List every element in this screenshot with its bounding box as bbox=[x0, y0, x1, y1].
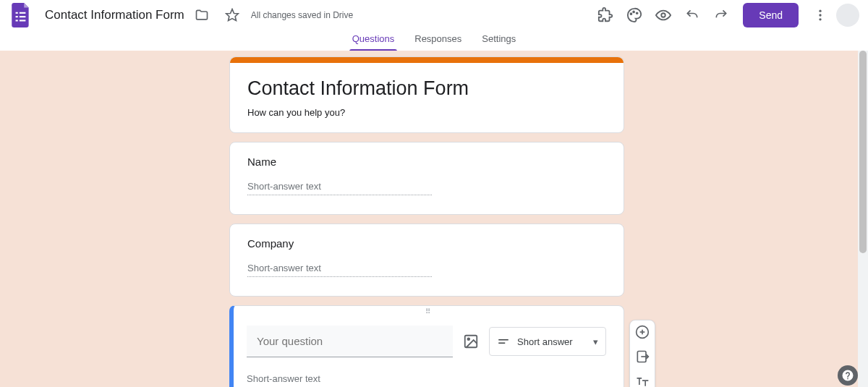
more-vert-icon[interactable] bbox=[807, 2, 833, 28]
svg-rect-4 bbox=[16, 20, 18, 21]
svg-marker-6 bbox=[226, 9, 238, 21]
undo-icon[interactable] bbox=[679, 2, 705, 28]
svg-rect-17 bbox=[498, 343, 505, 344]
question-title-input[interactable] bbox=[247, 326, 453, 357]
question-label: Company bbox=[247, 237, 606, 250]
form-description[interactable]: How can you help you? bbox=[230, 103, 624, 132]
svg-rect-2 bbox=[16, 16, 18, 17]
move-to-folder-icon[interactable] bbox=[189, 2, 215, 28]
svg-point-9 bbox=[637, 12, 638, 14]
question-card-company[interactable]: Company Short-answer text bbox=[229, 224, 624, 297]
answer-preview: Short-answer text bbox=[247, 373, 431, 387]
forms-logo-icon[interactable] bbox=[9, 3, 33, 27]
tab-settings[interactable]: Settings bbox=[472, 30, 526, 51]
main-tabs: Questions Responses Settings bbox=[0, 30, 868, 51]
svg-point-8 bbox=[633, 12, 634, 13]
drag-handle-icon[interactable]: ⠿ bbox=[234, 306, 624, 315]
svg-point-11 bbox=[819, 10, 821, 12]
question-label: Name bbox=[247, 156, 606, 168]
save-status: All changes saved in Drive bbox=[251, 10, 589, 20]
scrollbar-thumb[interactable] bbox=[859, 51, 867, 253]
svg-rect-1 bbox=[20, 12, 26, 14]
short-text-icon bbox=[497, 335, 510, 348]
question-card-name[interactable]: Name Short-answer text bbox=[229, 142, 624, 215]
redo-icon[interactable] bbox=[708, 2, 734, 28]
svg-point-13 bbox=[819, 18, 821, 20]
answer-preview: Short-answer text bbox=[247, 263, 432, 277]
answer-preview: Short-answer text bbox=[247, 181, 432, 195]
svg-point-7 bbox=[631, 13, 632, 14]
theme-palette-icon[interactable] bbox=[621, 2, 647, 28]
svg-point-15 bbox=[467, 338, 469, 340]
help-icon[interactable] bbox=[838, 365, 858, 386]
tab-questions[interactable]: Questions bbox=[342, 30, 405, 51]
import-questions-icon[interactable] bbox=[635, 349, 650, 364]
form-header-card[interactable]: Contact Information Form How can you hel… bbox=[229, 56, 624, 133]
accent-bar bbox=[230, 57, 624, 63]
header-actions: Send bbox=[592, 2, 859, 28]
form-canvas: Contact Information Form How can you hel… bbox=[0, 51, 868, 387]
question-type-label: Short answer bbox=[517, 336, 573, 347]
tab-responses[interactable]: Responses bbox=[404, 30, 472, 51]
add-image-icon[interactable] bbox=[463, 333, 479, 349]
add-question-icon[interactable] bbox=[635, 325, 650, 339]
svg-point-12 bbox=[819, 14, 821, 16]
form-title[interactable]: Contact Information Form bbox=[230, 63, 624, 103]
svg-rect-0 bbox=[16, 12, 18, 14]
user-avatar[interactable] bbox=[836, 4, 859, 27]
question-card-active[interactable]: ⠿ Short answer ▾ Short-answer text bbox=[229, 305, 624, 387]
preview-eye-icon[interactable] bbox=[650, 2, 676, 28]
send-button[interactable]: Send bbox=[743, 3, 799, 27]
addons-icon[interactable] bbox=[592, 2, 618, 28]
star-icon[interactable] bbox=[219, 2, 245, 28]
app-header: Contact Information Form All changes sav… bbox=[0, 0, 868, 30]
floating-toolbar bbox=[629, 320, 655, 387]
add-title-icon[interactable] bbox=[635, 374, 650, 387]
document-title[interactable]: Contact Information Form bbox=[45, 8, 184, 22]
question-type-select[interactable]: Short answer ▾ bbox=[489, 327, 606, 356]
svg-rect-16 bbox=[498, 339, 509, 341]
svg-rect-5 bbox=[20, 20, 26, 21]
scrollbar[interactable] bbox=[858, 51, 868, 387]
chevron-down-icon: ▾ bbox=[593, 336, 598, 347]
svg-point-10 bbox=[662, 13, 666, 17]
svg-rect-3 bbox=[20, 16, 26, 17]
